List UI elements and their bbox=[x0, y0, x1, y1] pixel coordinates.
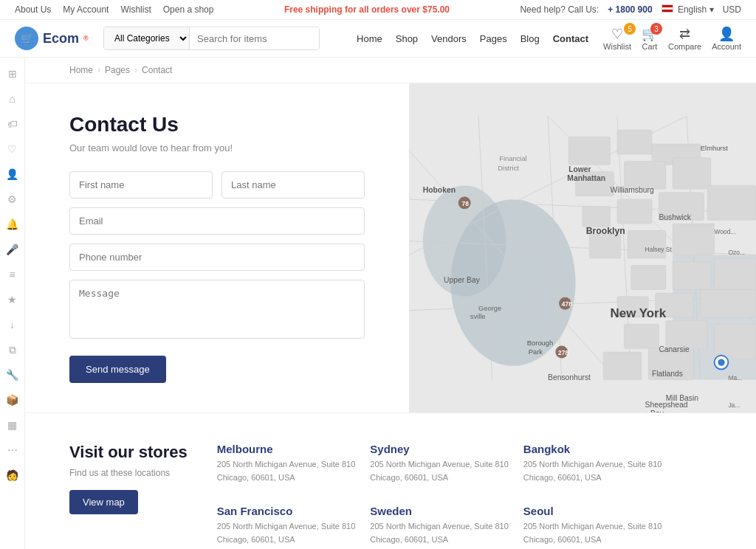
sidebar-user-icon[interactable]: 👤 bbox=[2, 164, 23, 184]
sidebar-settings-icon[interactable]: ⚙ bbox=[2, 189, 23, 210]
svg-rect-21 bbox=[617, 199, 652, 224]
svg-text:Manhattan: Manhattan bbox=[567, 174, 605, 182]
nav-shop[interactable]: Shop bbox=[396, 33, 418, 44]
svg-text:Elmhurst: Elmhurst bbox=[701, 144, 728, 152]
breadcrumb-pages[interactable]: Pages bbox=[105, 65, 130, 75]
store-seoul: Seoul 205 North Michigan Avenue, Suite 8… bbox=[523, 505, 662, 546]
sidebar-tag-icon[interactable]: 🏷 bbox=[2, 114, 23, 134]
wishlist-link[interactable]: Wishlist bbox=[120, 4, 151, 15]
sidebar-dots-icon[interactable]: ⋯ bbox=[2, 440, 23, 460]
store-city: Chicago, 60601, USA bbox=[217, 534, 356, 547]
svg-text:Borough: Borough bbox=[527, 339, 553, 347]
message-input[interactable] bbox=[69, 280, 365, 339]
sidebar-person-icon[interactable]: 🧑 bbox=[2, 465, 23, 486]
stores-title: Visit our stores bbox=[69, 443, 188, 462]
compare-action[interactable]: ⇄ Compare bbox=[668, 26, 701, 51]
svg-text:Wood...: Wood... bbox=[715, 228, 736, 235]
sidebar-layers-icon[interactable]: ≡ bbox=[2, 264, 23, 285]
sidebar-sliders-icon[interactable]: ⧉ bbox=[2, 339, 23, 360]
svg-text:Financial: Financial bbox=[499, 155, 527, 163]
compare-label: Compare bbox=[668, 42, 701, 51]
nav-contact[interactable]: Contact bbox=[553, 33, 588, 44]
svg-text:Bensonhurst: Bensonhurst bbox=[548, 373, 591, 381]
svg-text:Bushwick: Bushwick bbox=[659, 213, 691, 221]
nav-blog[interactable]: Blog bbox=[520, 33, 540, 44]
store-name: Sydney bbox=[370, 443, 509, 455]
nav-vendors[interactable]: Vendors bbox=[431, 33, 467, 44]
about-link[interactable]: About Us bbox=[15, 4, 51, 15]
header: 🛒 Ecom ® All Categories 🔍 Home Shop Vend… bbox=[0, 20, 756, 58]
view-map-button[interactable]: View map bbox=[69, 490, 138, 514]
store-address: 205 North Michigan Avenue, Suite 810 bbox=[217, 458, 356, 472]
account-label: Account bbox=[712, 42, 741, 51]
contact-section: Contact Us Our team would love to hear f… bbox=[25, 83, 756, 412]
sidebar-package-icon[interactable]: 📦 bbox=[2, 390, 23, 410]
phone-input[interactable] bbox=[69, 244, 365, 271]
sidebar-tool-icon[interactable]: 🔧 bbox=[2, 365, 23, 385]
svg-rect-14 bbox=[568, 137, 610, 165]
svg-text:78: 78 bbox=[461, 200, 469, 207]
svg-rect-27 bbox=[631, 266, 666, 290]
breadcrumb-sep1: › bbox=[97, 65, 100, 75]
svg-point-71 bbox=[718, 359, 724, 365]
sidebar-grid2-icon[interactable]: ▦ bbox=[2, 415, 23, 435]
store-name: San Francisco bbox=[217, 505, 356, 517]
myaccount-link[interactable]: My Account bbox=[63, 4, 109, 15]
email-input[interactable] bbox=[69, 207, 365, 235]
search-input[interactable] bbox=[190, 27, 320, 49]
svg-rect-35 bbox=[715, 324, 756, 359]
svg-rect-15 bbox=[617, 130, 652, 154]
last-name-input[interactable] bbox=[221, 171, 365, 198]
svg-rect-19 bbox=[673, 158, 711, 189]
store-melbourne: Melbourne 205 North Michigan Avenue, Sui… bbox=[217, 443, 356, 484]
sidebar-star-icon[interactable]: ★ bbox=[2, 289, 23, 310]
svg-rect-33 bbox=[624, 324, 659, 348]
svg-rect-34 bbox=[666, 321, 707, 349]
sidebar-heart-icon[interactable]: ♡ bbox=[2, 139, 23, 159]
store-column-3: Bangkok 205 North Michigan Avenue, Suite… bbox=[523, 443, 662, 549]
svg-text:Lower: Lower bbox=[568, 165, 591, 173]
sidebar-grid-icon[interactable]: ⊞ bbox=[2, 63, 23, 84]
nav-pages[interactable]: Pages bbox=[480, 33, 507, 44]
stores-section: Visit our stores Find us at these locati… bbox=[25, 412, 756, 549]
cart-action[interactable]: 🛒 3 Cart bbox=[642, 26, 658, 51]
language-label: English bbox=[678, 4, 707, 15]
svg-text:Canarsie: Canarsie bbox=[659, 345, 690, 353]
currency-selector[interactable]: USD bbox=[723, 4, 741, 15]
sidebar-home-icon[interactable]: ⌂ bbox=[2, 89, 23, 109]
store-name: Seoul bbox=[523, 505, 662, 517]
top-bar: About Us My Account Wishlist Open a shop… bbox=[0, 0, 756, 20]
store-address: 205 North Michigan Avenue, Suite 810 bbox=[370, 458, 509, 472]
map-area: Hoboken Elmhurst Lower Manhattan Financi… bbox=[409, 83, 756, 412]
send-message-button[interactable]: Send message bbox=[69, 356, 166, 383]
category-select[interactable]: All Categories bbox=[104, 27, 190, 49]
store-city: Chicago, 60601, USA bbox=[523, 472, 662, 485]
first-name-input[interactable] bbox=[69, 171, 213, 198]
cart-label: Cart bbox=[642, 42, 658, 51]
svg-text:New York: New York bbox=[611, 306, 667, 320]
sidebar-download-icon[interactable]: ↓ bbox=[2, 314, 23, 335]
svg-text:Flatlands: Flatlands bbox=[652, 370, 683, 378]
svg-text:Hoboken: Hoboken bbox=[423, 186, 456, 194]
sidebar-bell-icon[interactable]: 🔔 bbox=[2, 214, 23, 235]
nav-home[interactable]: Home bbox=[357, 33, 382, 44]
stores-header: Visit our stores Find us at these locati… bbox=[69, 443, 188, 549]
contact-subtitle: Our team would love to hear from you! bbox=[69, 142, 365, 153]
language-selector[interactable]: English ▾ bbox=[662, 4, 714, 15]
store-name: Bangkok bbox=[523, 443, 662, 455]
store-name: Sweden bbox=[370, 505, 509, 517]
store-city: Chicago, 60601, USA bbox=[370, 472, 509, 485]
store-address: 205 North Michigan Avenue, Suite 810 bbox=[523, 520, 662, 534]
wishlist-action[interactable]: ♡ 5 Wishlist bbox=[603, 26, 631, 51]
store-city: Chicago, 60601, USA bbox=[523, 534, 662, 547]
breadcrumb-home[interactable]: Home bbox=[69, 65, 93, 75]
svg-text:District: District bbox=[498, 164, 519, 172]
search-bar: All Categories 🔍 bbox=[103, 27, 320, 50]
email-group bbox=[69, 207, 365, 235]
sidebar-mic-icon[interactable]: 🎤 bbox=[2, 239, 23, 260]
svg-rect-26 bbox=[673, 224, 714, 255]
open-shop-link[interactable]: Open a shop bbox=[163, 4, 214, 15]
account-action[interactable]: 👤 Account bbox=[712, 26, 741, 51]
left-sidebar: ⊞ ⌂ 🏷 ♡ 👤 ⚙ 🔔 🎤 ≡ ★ ↓ ⧉ 🔧 📦 ▦ ⋯ 🧑 bbox=[0, 58, 25, 549]
store-sydney: Sydney 205 North Michigan Avenue, Suite … bbox=[370, 443, 509, 484]
